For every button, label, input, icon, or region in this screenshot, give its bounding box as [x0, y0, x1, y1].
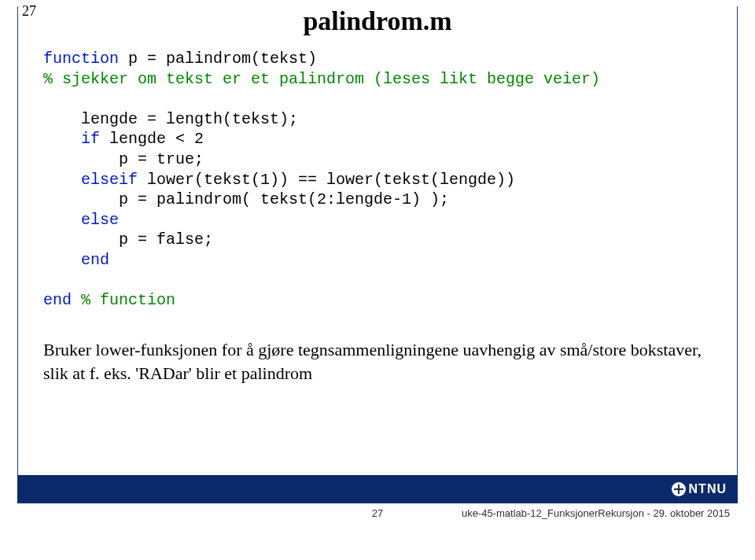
ntnu-logo: NTNU — [672, 480, 727, 499]
code-comment: % sjekker om tekst er et palindrom (lese… — [43, 70, 600, 88]
code-comment: % function — [72, 291, 175, 309]
caption-text: Bruker lower-funksjonen for å gjøre tegn… — [43, 338, 708, 385]
code-text — [43, 251, 81, 269]
code-block: function p = palindrom(tekst) % sjekker … — [43, 49, 600, 311]
code-text — [43, 171, 81, 189]
code-text: lower(tekst(1)) == lower(tekst(lengde)) — [138, 171, 515, 189]
code-keyword: end — [81, 251, 109, 269]
code-text: lengde < 2 — [100, 130, 204, 148]
code-keyword: elseif — [81, 171, 138, 189]
code-keyword: else — [81, 211, 119, 229]
code-text: p = true; — [43, 150, 204, 168]
code-text: p = false; — [43, 230, 213, 249]
code-text: p = palindrom(tekst) — [119, 50, 317, 68]
code-keyword: end — [43, 291, 72, 309]
code-keyword: function — [43, 50, 119, 68]
footer-page-number: 27 — [17, 507, 738, 519]
code-text: lengde = length(tekst); — [43, 110, 298, 128]
code-text — [43, 130, 81, 148]
code-text — [43, 211, 81, 229]
logo-text: NTNU — [689, 482, 727, 496]
footer-bar — [17, 475, 738, 503]
footer-subline: 27 uke-45-matlab-12_FunksjonerRekursjon … — [17, 503, 738, 522]
code-text: p = palindrom( tekst(2:lengde-1) ); — [43, 190, 449, 208]
page-title: palindrom.m — [0, 6, 755, 36]
logo-icon — [672, 482, 686, 496]
code-keyword: if — [81, 130, 100, 148]
